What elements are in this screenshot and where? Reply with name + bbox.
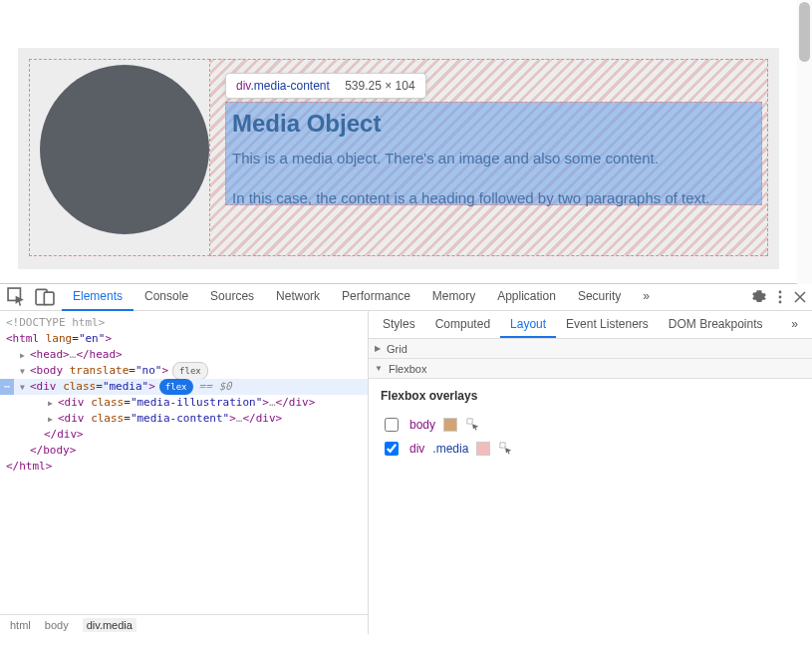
media-heading: Media Object xyxy=(232,110,381,138)
side-tab-layout[interactable]: Layout xyxy=(500,311,556,338)
settings-icon[interactable] xyxy=(752,290,766,304)
overlay-media-color-swatch[interactable] xyxy=(476,442,490,456)
media-illustration-circle xyxy=(40,65,209,234)
overlay-body-color-swatch[interactable] xyxy=(443,418,457,432)
dom-breadcrumb: html body div.media xyxy=(0,614,368,634)
svg-point-4 xyxy=(779,296,782,299)
devtools-main-tabs: Elements Console Sources Network Perform… xyxy=(62,284,752,311)
side-tab-dom-breakpoints[interactable]: DOM Breakpoints xyxy=(659,311,773,338)
flexbox-section-content: Flexbox overlays body div.media xyxy=(369,379,812,471)
svg-point-3 xyxy=(779,291,782,294)
side-tab-styles[interactable]: Styles xyxy=(373,311,425,338)
flexbox-overlay-body: body xyxy=(381,413,800,437)
elements-side-panel: Styles Computed Layout Event Listeners D… xyxy=(369,311,812,634)
tab-security[interactable]: Security xyxy=(567,284,632,311)
side-tab-event-listeners[interactable]: Event Listeners xyxy=(556,311,659,338)
side-panel-tabs: Styles Computed Layout Event Listeners D… xyxy=(369,311,812,339)
scrollbar-thumb[interactable] xyxy=(799,2,810,62)
svg-rect-6 xyxy=(467,419,472,424)
media-paragraph-1: This is a media object. There's an image… xyxy=(232,150,659,166)
elements-dom-panel: <!DOCTYPE html> <html lang="en"> <head>…… xyxy=(0,311,369,634)
tab-network[interactable]: Network xyxy=(265,284,331,311)
page-viewport: Media Object This is a media object. The… xyxy=(0,0,812,284)
tooltip-class: .media-content xyxy=(250,79,329,93)
overlay-media-class[interactable]: .media xyxy=(432,442,468,456)
section-flexbox[interactable]: ▼Flexbox xyxy=(369,359,812,379)
media-paragraph-2: In this case, the content is a heading f… xyxy=(232,189,709,206)
device-toolbar-icon[interactable] xyxy=(34,286,56,308)
side-tabs-overflow[interactable]: » xyxy=(781,311,808,338)
section-grid[interactable]: ▶Grid xyxy=(369,339,812,359)
overlay-media-checkbox[interactable] xyxy=(385,442,399,456)
selected-dom-node[interactable]: ⋯<div class="media">flex== $0 xyxy=(0,379,368,395)
close-icon[interactable] xyxy=(794,291,806,303)
tab-memory[interactable]: Memory xyxy=(421,284,486,311)
side-tab-computed[interactable]: Computed xyxy=(425,311,500,338)
crumb-html[interactable]: html xyxy=(10,619,31,631)
devtools-toolbar: Elements Console Sources Network Perform… xyxy=(0,284,812,311)
more-icon[interactable] xyxy=(778,290,782,304)
tab-console[interactable]: Console xyxy=(134,284,199,311)
overlay-body-label[interactable]: body xyxy=(409,418,435,432)
rendered-page: Media Object This is a media object. The… xyxy=(0,0,797,284)
tabs-overflow[interactable]: » xyxy=(632,284,661,311)
vertical-scrollbar[interactable] xyxy=(797,0,812,284)
tab-application[interactable]: Application xyxy=(486,284,567,311)
overlay-media-tag[interactable]: div xyxy=(409,442,424,456)
svg-rect-7 xyxy=(500,443,505,448)
flexbox-overlay-div-media: div.media xyxy=(381,437,800,461)
svg-rect-2 xyxy=(44,292,54,304)
overlay-body-checkbox[interactable] xyxy=(385,418,399,432)
tab-performance[interactable]: Performance xyxy=(331,284,421,311)
inspect-element-icon[interactable] xyxy=(6,286,28,308)
overlay-media-highlight-icon[interactable] xyxy=(498,441,514,457)
devtools-body: <!DOCTYPE html> <html lang="en"> <head>…… xyxy=(0,311,812,634)
crumb-div-media[interactable]: div.media xyxy=(83,618,136,632)
flexbox-overlays-heading: Flexbox overlays xyxy=(381,389,800,403)
dom-tree[interactable]: <!DOCTYPE html> <html lang="en"> <head>…… xyxy=(0,311,368,614)
tab-sources[interactable]: Sources xyxy=(199,284,265,311)
svg-point-5 xyxy=(779,301,782,304)
crumb-body[interactable]: body xyxy=(45,619,69,631)
overlay-body-highlight-icon[interactable] xyxy=(465,417,481,433)
doctype: <!DOCTYPE html> xyxy=(6,315,105,331)
tab-elements[interactable]: Elements xyxy=(62,284,134,311)
tooltip-tag: div xyxy=(236,79,250,93)
element-inspector-tooltip: div.media-content 539.25 × 104 xyxy=(225,73,426,99)
tooltip-dimensions: 539.25 × 104 xyxy=(345,79,414,93)
devtools-panel: Elements Console Sources Network Perform… xyxy=(0,284,812,654)
